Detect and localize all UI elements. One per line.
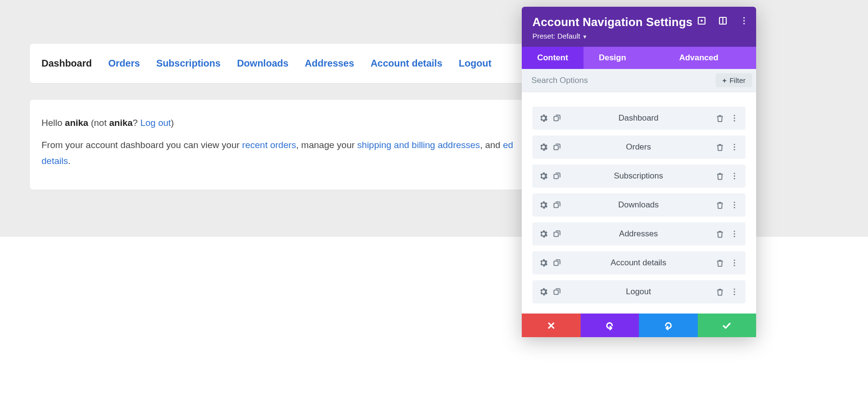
nav-item-addresses[interactable]: Addresses [305, 58, 354, 69]
panel-header: Account Navigation Settings Preset: Defa… [522, 7, 756, 47]
gear-icon[interactable] [537, 112, 550, 124]
list-item[interactable]: Downloads [532, 193, 746, 217]
dots-vertical-icon[interactable] [728, 170, 741, 182]
dots-vertical-icon[interactable] [739, 15, 749, 26]
greeting-not: (not [88, 118, 109, 128]
duplicate-icon[interactable] [551, 257, 563, 269]
trash-icon[interactable] [714, 112, 726, 124]
greeting-username: anika [65, 118, 89, 128]
account-body-preview: Hello anika (not anika? Log out) From yo… [30, 100, 591, 190]
trash-icon[interactable] [714, 286, 726, 298]
desc-text-1: From your account dashboard you can view… [41, 140, 242, 150]
panel-tabs: Content Design Advanced [522, 47, 756, 69]
gear-icon[interactable] [537, 257, 550, 269]
panel-search-row: + Filter [522, 69, 756, 92]
duplicate-icon[interactable] [551, 199, 563, 211]
dots-vertical-icon[interactable] [728, 286, 741, 298]
list-item[interactable]: Dashboard [532, 107, 746, 130]
tab-advanced[interactable]: Advanced [641, 47, 756, 69]
duplicate-icon[interactable] [551, 112, 563, 124]
details-link[interactable]: details [41, 156, 68, 166]
caret-down-icon: ▼ [582, 34, 587, 40]
undo-icon [604, 320, 615, 331]
list-item[interactable]: Logout [532, 280, 746, 303]
dots-vertical-icon[interactable] [728, 228, 741, 240]
desc-end: . [68, 156, 70, 166]
focus-icon[interactable] [696, 15, 707, 26]
greeting-close: ) [171, 118, 174, 128]
dashboard-desc: From your account dashboard you can view… [41, 137, 580, 169]
list-item-label: Logout [563, 287, 714, 297]
duplicate-icon[interactable] [551, 170, 563, 182]
nav-item-logout[interactable]: Logout [459, 58, 491, 69]
redo-icon [663, 320, 674, 331]
greeting-username2: anika [109, 118, 133, 128]
gear-icon[interactable] [537, 199, 550, 211]
tab-content[interactable]: Content [522, 47, 583, 69]
trash-icon[interactable] [714, 141, 726, 153]
nav-item-orders[interactable]: Orders [108, 58, 140, 69]
redo-button[interactable] [639, 314, 698, 337]
duplicate-icon[interactable] [551, 141, 563, 153]
desc-text-2: , manage your [296, 140, 357, 150]
settings-panel: Account Navigation Settings Preset: Defa… [522, 7, 756, 337]
preset-label: Preset: Default [532, 32, 580, 40]
check-icon [721, 320, 732, 331]
list-item-label: Orders [563, 142, 714, 152]
cancel-button[interactable] [522, 314, 581, 337]
duplicate-icon[interactable] [551, 286, 563, 298]
greeting-q: ? [133, 118, 140, 128]
filter-button[interactable]: + Filter [716, 73, 752, 87]
list-item-label: Dashboard [563, 113, 714, 123]
nav-item-downloads[interactable]: Downloads [237, 58, 288, 69]
dots-vertical-icon[interactable] [728, 141, 741, 153]
tab-design[interactable]: Design [583, 47, 641, 69]
nav-item-dashboard[interactable]: Dashboard [41, 58, 92, 69]
gear-icon[interactable] [537, 228, 550, 240]
edit-link-partial[interactable]: ed [503, 140, 513, 150]
desc-text-3: , and [480, 140, 503, 150]
plus-icon: + [722, 76, 727, 84]
search-input[interactable] [522, 76, 712, 85]
list-item-label: Subscriptions [563, 171, 714, 181]
greeting-line: Hello anika (not anika? Log out) [41, 115, 580, 131]
gear-icon[interactable] [537, 286, 550, 298]
logout-link[interactable]: Log out [140, 118, 171, 128]
gear-icon[interactable] [537, 170, 550, 182]
panel-footer [522, 314, 756, 337]
close-icon [546, 321, 556, 330]
preset-selector[interactable]: Preset: Default▼ [532, 32, 746, 40]
filter-label: Filter [730, 76, 746, 84]
save-button[interactable] [698, 314, 757, 337]
duplicate-icon[interactable] [551, 228, 563, 240]
list-item-label: Addresses [563, 229, 714, 239]
list-item[interactable]: Orders [532, 136, 746, 159]
dots-vertical-icon[interactable] [728, 257, 741, 269]
trash-icon[interactable] [714, 228, 726, 240]
nav-item-subscriptions[interactable]: Subscriptions [156, 58, 220, 69]
dots-vertical-icon[interactable] [728, 112, 741, 124]
list-item-label: Downloads [563, 200, 714, 210]
undo-button[interactable] [581, 314, 639, 337]
list-item-label: Account details [563, 258, 714, 268]
trash-icon[interactable] [714, 170, 726, 182]
dots-vertical-icon[interactable] [728, 199, 741, 211]
columns-icon[interactable] [718, 15, 728, 26]
list-item[interactable]: Addresses [532, 222, 746, 246]
list-item[interactable]: Subscriptions [532, 164, 746, 188]
addresses-link[interactable]: shipping and billing addresses [357, 140, 480, 150]
account-nav-preview: Dashboard Orders Subscriptions Downloads… [30, 44, 591, 83]
list-item[interactable]: Account details [532, 251, 746, 274]
panel-list[interactable]: DashboardOrdersSubscriptionsDownloadsAdd… [522, 92, 756, 337]
trash-icon[interactable] [714, 257, 726, 269]
recent-orders-link[interactable]: recent orders [242, 140, 296, 150]
trash-icon[interactable] [714, 199, 726, 211]
nav-item-account-details[interactable]: Account details [370, 58, 442, 69]
greeting-hello: Hello [41, 118, 65, 128]
gear-icon[interactable] [537, 141, 550, 153]
